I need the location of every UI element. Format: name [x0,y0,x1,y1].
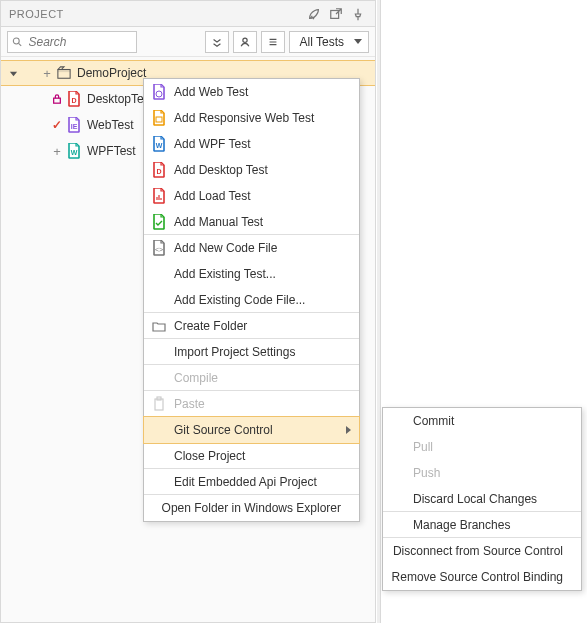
panel-header: PROJECT [1,1,375,27]
menu-git-manage-branches[interactable]: Manage Branches [383,512,581,538]
menu-add-existing-test[interactable]: Add Existing Test... [144,261,359,287]
project-icon [57,65,71,81]
rocket-icon[interactable] [303,3,325,25]
desktop-test-icon: D [67,91,81,107]
web-test-icon: IE [67,117,81,133]
desktop-test-icon: D [152,162,166,178]
expander-icon[interactable] [7,67,19,79]
responsive-test-icon [152,110,166,126]
folder-icon [152,318,166,334]
menu-open-folder-in-explorer[interactable]: Open Folder in Windows Explorer [144,495,359,521]
svg-rect-5 [54,98,61,103]
menu-add-responsive-web-test[interactable]: Add Responsive Web Test [144,105,359,131]
menu-paste: Paste [144,391,359,417]
menu-add-web-test[interactable]: Add Web Test [144,79,359,105]
menu-git-remove-binding[interactable]: Remove Source Control Binding [383,564,581,590]
search-input[interactable] [27,34,133,50]
project-context-menu: Add Web Test Add Responsive Web Test W A… [143,78,360,522]
menu-close-project[interactable]: Close Project [144,443,359,469]
submenu-arrow-icon [346,426,351,434]
svg-text:<>: <> [155,246,163,253]
tree-root-label: DemoProject [77,66,146,80]
menu-add-wpf-test[interactable]: W Add WPF Test [144,131,359,157]
menu-create-folder[interactable]: Create Folder [144,313,359,339]
svg-rect-4 [58,70,70,73]
wpf-test-icon: W [67,143,81,159]
paste-icon [152,396,166,412]
search-box[interactable] [7,31,137,53]
tree-item-label: WPFTest [87,144,136,158]
expand-collapse-button[interactable] [205,31,229,53]
menu-add-load-test[interactable]: Add Load Test [144,183,359,209]
svg-text:D: D [156,168,161,175]
svg-point-2 [242,38,246,42]
panel-title: PROJECT [9,8,303,20]
status-edited-icon: ✓ [51,119,63,131]
menu-add-manual-test[interactable]: Add Manual Test [144,209,359,235]
load-test-icon [152,188,166,204]
svg-text:W: W [71,149,78,156]
menu-git-discard-changes[interactable]: Discard Local Changes [383,486,581,512]
panel-toolbar: All Tests [1,27,375,57]
menu-git-source-control[interactable]: Git Source Control [143,416,360,444]
search-icon [12,36,23,48]
panel-splitter[interactable] [377,0,381,623]
menu-add-existing-code-file[interactable]: Add Existing Code File... [144,287,359,313]
svg-rect-0 [331,10,339,18]
chevron-down-icon [354,39,362,44]
wpf-test-icon: W [152,136,166,152]
list-view-button[interactable] [261,31,285,53]
menu-edit-embedded-api-project[interactable]: Edit Embedded Api Project [144,469,359,495]
code-file-icon: <> [152,240,166,256]
git-submenu: Commit Pull Push Discard Local Changes M… [382,407,582,591]
svg-text:IE: IE [71,123,78,130]
pin-icon[interactable] [347,3,369,25]
svg-rect-14 [155,399,163,410]
manual-test-icon [152,214,166,230]
web-test-icon [152,84,166,100]
user-view-button[interactable] [233,31,257,53]
menu-git-disconnect[interactable]: Disconnect from Source Control [383,538,581,564]
test-filter-label: All Tests [300,35,344,49]
svg-text:D: D [71,97,76,104]
menu-compile: Compile [144,365,359,391]
menu-git-commit[interactable]: Commit [383,408,581,434]
tree-item-label: WebTest [87,118,133,132]
svg-point-1 [13,38,19,44]
menu-git-push: Push [383,460,581,486]
menu-add-new-code-file[interactable]: <> Add New Code File [144,235,359,261]
open-external-icon[interactable] [325,3,347,25]
status-added-icon: + [51,145,63,158]
menu-add-desktop-test[interactable]: D Add Desktop Test [144,157,359,183]
menu-git-pull: Pull [383,434,581,460]
svg-text:W: W [156,142,163,149]
menu-import-project-settings[interactable]: Import Project Settings [144,339,359,365]
test-filter-dropdown[interactable]: All Tests [289,31,369,53]
status-added-icon: + [41,67,53,80]
status-locked-icon [51,94,63,104]
